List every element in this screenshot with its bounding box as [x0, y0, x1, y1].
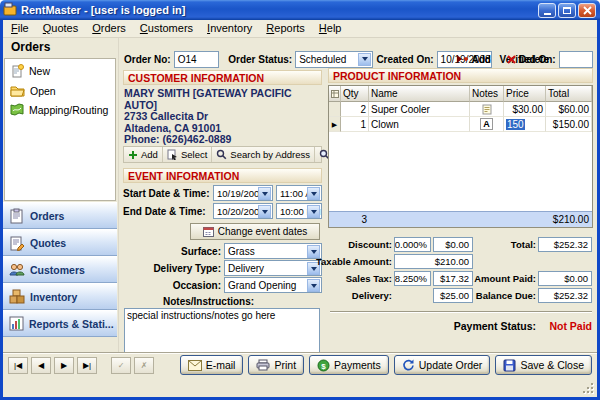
prev-record-button[interactable]: ◀ — [31, 357, 51, 374]
button-label: Change event dates — [218, 226, 308, 237]
delete-row-icon — [507, 55, 516, 64]
discount-label: Discount: — [312, 237, 392, 252]
shortcut-label: New — [29, 65, 50, 77]
name-cell[interactable]: Super Cooler — [369, 102, 470, 117]
row-selector[interactable] — [329, 102, 341, 117]
sales-tax-percent-input[interactable]: 8.250% — [394, 271, 431, 286]
add-plus-icon — [128, 150, 138, 160]
rentmaster-window: RentMaster - [user is logged in] File Qu… — [0, 0, 600, 400]
sidebar-item-quotes[interactable]: Quotes — [3, 229, 117, 256]
row-selector[interactable]: ▶ — [329, 117, 341, 132]
notes-cell[interactable] — [470, 102, 504, 117]
quotes-icon — [9, 235, 25, 251]
button-label: Save & Close — [520, 359, 584, 371]
sidebar-item-customers[interactable]: Customers — [3, 256, 117, 283]
window-controls — [538, 3, 597, 18]
button-label: Update Order — [419, 359, 483, 371]
customer-select-button[interactable]: Select — [163, 147, 212, 162]
chevron-down-icon[interactable] — [258, 205, 271, 218]
menu-file[interactable]: File — [4, 20, 36, 37]
search-icon — [216, 149, 227, 160]
start-time-input[interactable]: 11:00 AM — [276, 185, 322, 201]
next-record-button[interactable]: ▶ — [54, 357, 74, 374]
sidebar-item-reports[interactable]: Reports & Stati... — [3, 310, 117, 337]
maximize-button[interactable] — [558, 3, 576, 18]
payment-status-value: Not Paid — [538, 318, 592, 333]
end-datetime-label: End Date & Time: — [123, 206, 210, 217]
discount-percent-input[interactable]: 0.000% — [394, 237, 431, 252]
taxable-amount-value: $210.00 — [394, 254, 473, 269]
menu-reports[interactable]: Reports — [259, 20, 312, 37]
table-header-row: Qty Name Notes Price Total — [329, 86, 592, 102]
email-button[interactable]: E-mail — [180, 355, 244, 375]
occasion-select[interactable]: Grand Opening — [224, 277, 322, 293]
update-icon — [402, 359, 415, 372]
order-no-input[interactable]: O14 — [174, 51, 220, 68]
menu-quotes[interactable]: Quotes — [36, 20, 85, 37]
shortcut-mapping-routing[interactable]: Mapping/Routing — [5, 100, 115, 119]
total-cell[interactable]: $60.00 — [546, 102, 592, 117]
chevron-down-icon[interactable] — [258, 187, 271, 200]
end-time-input[interactable]: 10:00 PM — [276, 203, 322, 219]
button-label: Add — [141, 149, 158, 160]
sidebar-item-label: Quotes — [30, 237, 66, 249]
customer-phone: Phone: (626)462-0889 — [124, 134, 321, 146]
delivery-amount-input[interactable]: $25.00 — [433, 288, 473, 303]
end-date-input[interactable]: 10/20/2008 — [213, 203, 273, 219]
col-header-notes: Notes — [470, 86, 504, 102]
resize-grip[interactable] — [582, 382, 595, 395]
inventory-icon — [9, 289, 25, 304]
minimize-button[interactable] — [538, 3, 556, 18]
sidebar-item-orders[interactable]: Orders — [3, 202, 117, 229]
sales-tax-amount-value: $17.32 — [433, 271, 473, 286]
shortcut-label: Open — [30, 85, 56, 97]
price-cell[interactable]: $30.00 — [504, 102, 546, 117]
price-cell-editing[interactable]: 150 — [504, 117, 546, 132]
close-button[interactable] — [578, 3, 596, 18]
add-product-button[interactable]: Add — [456, 54, 491, 65]
product-panel-header: PRODUCT INFORMATION — [328, 68, 593, 83]
qty-cell[interactable]: 2 — [341, 102, 369, 117]
customer-name: MARY SMITH [GATEWAY PACIFIC AUTO] — [124, 88, 321, 111]
change-event-dates-button[interactable]: Change event dates — [190, 223, 320, 240]
surface-select[interactable]: Grass — [224, 243, 322, 259]
first-record-button[interactable]: |◀ — [8, 357, 28, 374]
start-date-input[interactable]: 10/19/2008 — [213, 185, 273, 201]
sidebar-item-inventory[interactable]: Inventory — [3, 283, 117, 310]
customer-add-button[interactable]: Add — [124, 147, 163, 162]
print-button[interactable]: Print — [248, 355, 304, 375]
last-record-button[interactable]: ▶| — [77, 357, 97, 374]
shortcut-label: Mapping/Routing — [29, 104, 108, 116]
customer-section-header: CUSTOMER INFORMATION — [123, 70, 322, 85]
search-by-address-button[interactable]: Search by Address — [212, 147, 315, 162]
save-close-button[interactable]: Save & Close — [495, 355, 592, 375]
name-cell[interactable]: Clown — [369, 117, 470, 132]
cancel-record-button[interactable]: ✗ — [134, 357, 154, 374]
menu-orders[interactable]: Orders — [85, 20, 133, 37]
event-panel: EVENT INFORMATION Start Date & Time: 10/… — [123, 168, 322, 356]
discount-amount-input[interactable]: $0.00 — [433, 237, 473, 252]
sidebar-item-label: Inventory — [30, 291, 77, 303]
notes-instructions-textarea[interactable]: special instructions/notes go here — [124, 308, 320, 356]
menu-help[interactable]: Help — [312, 20, 349, 37]
shortcut-open[interactable]: Open — [5, 81, 115, 100]
update-order-button[interactable]: Update Order — [394, 355, 491, 375]
delete-product-button[interactable]: Delete — [507, 54, 549, 65]
sidebar-shortcut-panel: New Open Mapping/Routing — [4, 58, 116, 201]
sidebar-item-label: Reports & Stati... — [29, 318, 114, 330]
shortcut-new[interactable]: New — [5, 61, 115, 81]
delivery-type-select[interactable]: Delivery — [224, 260, 322, 276]
payments-button[interactable]: $ Payments — [309, 355, 389, 375]
menu-customers[interactable]: Customers — [133, 20, 200, 37]
accept-record-button[interactable]: ✓ — [111, 357, 131, 374]
chevron-down-icon[interactable] — [307, 187, 320, 200]
menu-inventory[interactable]: Inventory — [200, 20, 259, 37]
sidebar-item-label: Orders — [30, 210, 64, 222]
total-cell[interactable]: $150.00 — [546, 117, 592, 132]
qty-cell[interactable]: 1 — [341, 117, 369, 132]
delivery-type-label: Delivery Type: — [123, 263, 221, 274]
table-corner — [329, 86, 341, 102]
open-folder-icon — [10, 84, 25, 97]
notes-cell[interactable]: A — [470, 117, 504, 132]
chevron-down-icon[interactable] — [307, 205, 320, 218]
